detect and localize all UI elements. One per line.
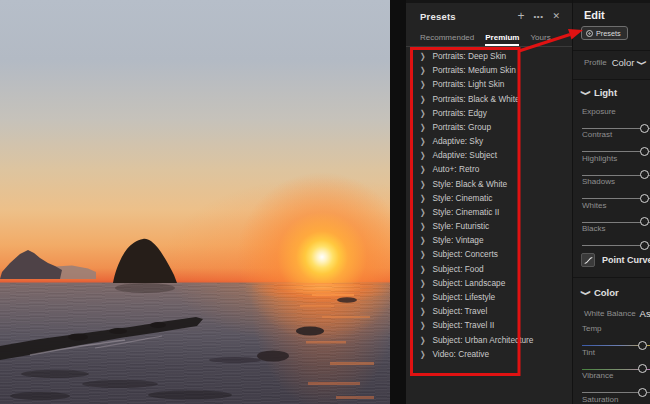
- chevron-right-icon: ❯: [420, 349, 425, 359]
- workspace-background: [390, 0, 406, 404]
- chevron-right-icon: ❯: [420, 278, 425, 288]
- chevron-right-icon: ❯: [420, 249, 425, 259]
- tint-slider-track[interactable]: [582, 369, 650, 370]
- preset-item-style-vintage[interactable]: ❯Style: Vintage: [406, 233, 572, 247]
- vibrance-slider-track[interactable]: [582, 392, 650, 393]
- chevron-down-icon: ❯: [637, 60, 647, 66]
- profile-dropdown[interactable]: Profile Color ❯: [584, 57, 645, 68]
- tab-yours[interactable]: Yours: [530, 33, 550, 46]
- chevron-right-icon: ❯: [420, 122, 425, 132]
- chevron-right-icon: ❯: [420, 292, 425, 302]
- preset-item-style-futuristic[interactable]: ❯Style: Futuristic: [406, 219, 572, 233]
- chevron-right-icon: ❯: [420, 65, 425, 75]
- chevron-right-icon: ❯: [420, 179, 425, 189]
- highlights-slider-track[interactable]: [582, 175, 650, 176]
- preset-item-auto-retro[interactable]: ❯Auto+: Retro: [406, 162, 572, 176]
- chevron-right-icon: ❯: [420, 51, 425, 61]
- preset-item-subject-food[interactable]: ❯Subject: Food: [406, 262, 572, 276]
- preset-item-subject-landscape[interactable]: ❯Subject: Landscape: [406, 276, 572, 290]
- divider: [573, 79, 650, 80]
- preset-item-portraits-light-skin[interactable]: ❯Portraits: Light Skin: [406, 77, 572, 91]
- color-section-header[interactable]: ❯ Color: [583, 287, 619, 298]
- chevron-right-icon: ❯: [420, 193, 425, 203]
- photo-canvas-sunset: [0, 0, 390, 404]
- chevron-right-icon: ❯: [420, 108, 425, 118]
- light-section-header[interactable]: ❯ Light: [583, 87, 617, 98]
- edit-panel: Edit Presets Profile Color ❯ ❯ Light Exp…: [572, 0, 650, 404]
- chevron-right-icon: ❯: [420, 335, 425, 345]
- divider: [573, 50, 650, 51]
- whites-slider: Whites: [582, 201, 650, 223]
- whites-slider-track[interactable]: [582, 222, 650, 223]
- preset-item-subject-lifestyle[interactable]: ❯Subject: Lifestyle: [406, 290, 572, 304]
- photo-silhouettes: [0, 0, 390, 404]
- edit-panel-title: Edit: [584, 9, 605, 21]
- presets-toggle-button[interactable]: Presets: [581, 26, 628, 40]
- point-curve-icon: [581, 253, 595, 267]
- preset-item-subject-urban-architecture[interactable]: ❯Subject: Urban Architecture: [406, 332, 572, 346]
- preset-item-subject-travel-ii[interactable]: ❯Subject: Travel II: [406, 318, 572, 332]
- chevron-right-icon: ❯: [420, 221, 425, 231]
- preset-item-subject-concerts[interactable]: ❯Subject: Concerts: [406, 247, 572, 261]
- chevron-right-icon: ❯: [420, 306, 425, 316]
- chevron-right-icon: ❯: [420, 207, 425, 217]
- chevron-right-icon: ❯: [420, 264, 425, 274]
- blacks-slider-track[interactable]: [582, 245, 650, 246]
- tab-recommended[interactable]: Recommended: [420, 33, 474, 46]
- chevron-down-icon: ❯: [581, 290, 591, 296]
- chevron-right-icon: ❯: [420, 94, 425, 104]
- exposure-slider-track[interactable]: [582, 128, 650, 129]
- preset-item-subject-travel[interactable]: ❯Subject: Travel: [406, 304, 572, 318]
- chevron-right-icon: ❯: [420, 136, 425, 146]
- preset-item-adaptive-sky[interactable]: ❯Adaptive: Sky: [406, 134, 572, 148]
- blacks-slider-knob[interactable]: [640, 241, 649, 250]
- create-preset-icon[interactable]: +: [518, 11, 525, 21]
- presets-panel-title: Presets: [420, 11, 518, 22]
- exposure-slider: Exposure: [582, 107, 650, 129]
- more-options-icon[interactable]: •••: [534, 12, 544, 21]
- preset-item-adaptive-subject[interactable]: ❯Adaptive: Subject: [406, 148, 572, 162]
- blacks-slider: Blacks: [582, 224, 650, 246]
- presets-panel-header: Presets + ••• ✕: [406, 0, 572, 29]
- contrast-slider-track[interactable]: [582, 151, 650, 152]
- shadows-slider-track[interactable]: [582, 198, 650, 199]
- white-balance-dropdown[interactable]: White Balance As Shot: [584, 308, 650, 319]
- lightroom-window: Presets + ••• ✕ Recommended Premium Your…: [0, 0, 650, 404]
- preset-item-style-cinematic-ii[interactable]: ❯Style: Cinematic II: [406, 205, 572, 219]
- presets-panel: Presets + ••• ✕ Recommended Premium Your…: [406, 0, 572, 404]
- preset-item-portraits-black-white[interactable]: ❯Portraits: Black & White: [406, 92, 572, 106]
- preset-list: ❯Portraits: Deep Skin ❯Portraits: Medium…: [406, 49, 572, 361]
- tint-slider: Tint: [582, 348, 650, 370]
- preset-item-portraits-deep-skin[interactable]: ❯Portraits: Deep Skin: [406, 49, 572, 63]
- chevron-right-icon: ❯: [420, 164, 425, 174]
- chevron-down-icon: ❯: [581, 90, 591, 96]
- chevron-right-icon: ❯: [420, 150, 425, 160]
- close-icon[interactable]: ✕: [552, 11, 560, 21]
- preset-item-portraits-group[interactable]: ❯Portraits: Group: [406, 120, 572, 134]
- chevron-right-icon: ❯: [420, 235, 425, 245]
- temp-slider-track[interactable]: [582, 345, 650, 346]
- contrast-slider: Contrast: [582, 130, 650, 152]
- presets-tab-bar: Recommended Premium Yours: [406, 29, 572, 47]
- tab-premium[interactable]: Premium: [485, 33, 519, 46]
- chevron-right-icon: ❯: [420, 320, 425, 330]
- vibrance-slider: Vibrance: [582, 371, 650, 393]
- divider: [573, 277, 650, 278]
- preset-item-video-creative[interactable]: ❯Video: Creative: [406, 347, 572, 361]
- chevron-right-icon: ❯: [420, 79, 425, 89]
- highlights-slider: Highlights: [582, 154, 650, 176]
- presets-button-icon: [586, 30, 593, 37]
- preset-item-style-black-white[interactable]: ❯Style: Black & White: [406, 177, 572, 191]
- preset-item-portraits-medium-skin[interactable]: ❯Portraits: Medium Skin: [406, 63, 572, 77]
- saturation-slider: Saturation: [582, 395, 650, 404]
- point-curve-row[interactable]: Point Curve: [581, 253, 650, 267]
- preset-item-portraits-edgy[interactable]: ❯Portraits: Edgy: [406, 106, 572, 120]
- shadows-slider: Shadows: [582, 177, 650, 199]
- temp-slider: Temp: [582, 324, 650, 346]
- preset-item-style-cinematic[interactable]: ❯Style: Cinematic: [406, 191, 572, 205]
